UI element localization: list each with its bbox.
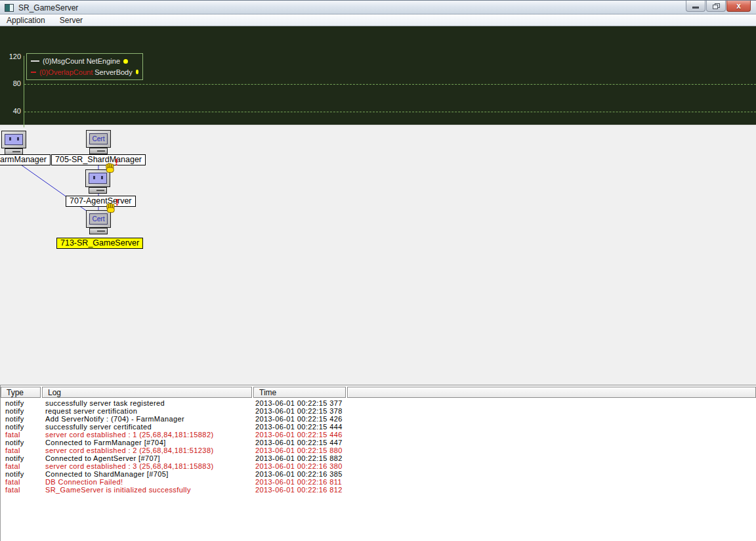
app-icon xyxy=(5,4,14,12)
log-row[interactable]: fatalSR_GameServer is initialized succes… xyxy=(1,486,756,494)
log-message-cell: server cord established : 2 (25,68,84,18… xyxy=(41,446,253,454)
log-message-cell: DB Connection Failed! xyxy=(41,478,253,486)
log-message-cell: server cord established : 1 (25,68,84,18… xyxy=(41,431,253,439)
node-gameserver-icon[interactable]: Cert xyxy=(86,210,111,234)
log-type-cell: fatal xyxy=(1,478,41,486)
restore-icon xyxy=(713,3,720,9)
exclamation-icon: ! xyxy=(116,198,119,206)
legend-series-1-counter: (0)OverlapCount xyxy=(39,68,93,76)
log-message-cell: successfully server certificated xyxy=(41,423,253,431)
legend-entry-overlapcount: (0)OverlapCount ServerBody xyxy=(31,68,138,76)
log-type-cell: fatal xyxy=(1,446,41,454)
gridline-80 xyxy=(24,84,756,85)
log-type-cell: fatal xyxy=(1,431,41,439)
log-type-cell: notify xyxy=(1,399,41,407)
computer-screen xyxy=(89,173,107,184)
log-message-cell: SR_GameServer is initialized successfull… xyxy=(41,486,253,494)
cert-screen: Cert xyxy=(89,213,108,225)
log-panel: Type Log Time notifysuccessfully server … xyxy=(0,385,756,541)
node-shardmanager-icon[interactable]: Cert xyxy=(86,130,111,154)
log-type-cell: fatal xyxy=(1,486,41,494)
log-rows: notifysuccessfully server task registere… xyxy=(1,399,756,494)
series-line-icon xyxy=(31,72,36,73)
close-icon: x xyxy=(736,1,741,11)
log-row[interactable]: notifysuccessfully server certificated20… xyxy=(1,423,756,431)
log-type-cell: notify xyxy=(1,439,41,446)
minimize-icon xyxy=(692,7,699,9)
y-tick-80: 80 xyxy=(1,79,21,87)
node-farmmanager-icon[interactable] xyxy=(1,131,26,155)
log-message-cell: server cord established : 3 (25,68,84,18… xyxy=(41,462,253,470)
log-message-cell: successfully server task registered xyxy=(41,399,253,407)
window-title: SR_GameServer xyxy=(18,3,78,12)
minimize-button[interactable] xyxy=(686,1,705,12)
column-header-type[interactable]: Type xyxy=(1,387,41,398)
log-row[interactable]: fatalserver cord established : 3 (25,68,… xyxy=(1,462,756,470)
log-type-cell: notify xyxy=(1,423,41,431)
y-axis-line xyxy=(24,56,24,139)
computer-base xyxy=(89,148,108,154)
log-row[interactable]: fatalserver cord established : 2 (25,68,… xyxy=(1,446,756,454)
log-row[interactable]: notifysuccessfully server task registere… xyxy=(1,399,756,407)
legend-series-0-target: NetEngine xyxy=(87,57,120,65)
window-controls: x xyxy=(686,1,751,12)
log-row[interactable]: fatalserver cord established : 1 (25,68,… xyxy=(1,431,756,439)
cert-screen: Cert xyxy=(89,133,108,144)
log-message-cell: request server certification xyxy=(41,407,253,415)
log-message-cell: Connected to AgentServer [#707] xyxy=(41,454,253,462)
exclamation-icon: ! xyxy=(115,158,118,166)
performance-chart: 120 80 40 0 (0)MsgCount NetEngine (0)Ove… xyxy=(0,26,756,126)
log-type-cell: notify xyxy=(1,470,41,478)
computer-screen xyxy=(5,134,23,145)
log-time-cell: 2013-06-01 00:22:15 378 xyxy=(253,407,343,415)
log-time-cell: 2013-06-01 00:22:15 446 xyxy=(253,431,343,439)
log-time-cell: 2013-06-01 00:22:15 444 xyxy=(253,423,343,431)
log-row[interactable]: notifyConnected to AgentServer [#707]201… xyxy=(1,454,756,462)
menu-item-server[interactable]: Server xyxy=(60,16,83,25)
log-type-cell: fatal xyxy=(1,462,41,470)
column-header-log[interactable]: Log xyxy=(42,387,252,398)
log-time-cell: 2013-06-01 00:22:16 380 xyxy=(253,462,343,470)
title-bar: SR_GameServer x xyxy=(0,0,756,14)
series-marker-icon xyxy=(136,70,138,74)
computer-base xyxy=(89,187,107,194)
app-window: SR_GameServer x Application Server 120 8… xyxy=(0,0,756,541)
log-row[interactable]: notifyConnected to FarmManager [#704]201… xyxy=(1,439,756,446)
log-row[interactable]: fatalDB Connection Failed!2013-06-01 00:… xyxy=(1,478,756,486)
log-row[interactable]: notifyrequest server certification2013-0… xyxy=(1,407,756,415)
column-header-time[interactable]: Time xyxy=(253,387,346,398)
close-button[interactable]: x xyxy=(726,1,751,12)
hand-warning-icon: ! xyxy=(105,162,118,173)
menu-bar: Application Server xyxy=(0,14,756,26)
y-tick-120: 120 xyxy=(1,53,21,60)
menu-item-application[interactable]: Application xyxy=(7,16,45,25)
node-gameserver-label[interactable]: 713-SR_GameServer xyxy=(56,238,143,249)
log-row[interactable]: notifyConnected to ShardManager [#705]20… xyxy=(1,470,756,478)
log-time-cell: 2013-06-01 00:22:16 812 xyxy=(253,486,343,494)
chart-legend: (0)MsgCount NetEngine (0)OverlapCount Se… xyxy=(26,53,143,80)
legend-series-0-counter: (0)MsgCount xyxy=(43,57,85,65)
log-time-cell: 2013-06-01 00:22:15 882 xyxy=(253,454,343,462)
column-header-filler xyxy=(347,387,756,398)
y-tick-40: 40 xyxy=(1,107,21,115)
log-message-cell: Connected to ShardManager [#705] xyxy=(41,470,253,478)
log-time-cell: 2013-06-01 00:22:16 385 xyxy=(253,470,343,478)
legend-series-1-target: ServerBody xyxy=(94,68,132,76)
series-line-icon xyxy=(31,60,39,62)
log-type-cell: notify xyxy=(1,454,41,462)
log-row[interactable]: notifyAdd ServerNotify : (704) - FarmMan… xyxy=(1,415,756,423)
node-shardmanager-label[interactable]: 705-SR_ShardManager xyxy=(51,154,146,165)
log-time-cell: 2013-06-01 00:22:15 447 xyxy=(253,439,343,446)
node-agentserver-label[interactable]: 707-AgentServer xyxy=(66,196,136,207)
gridline-40 xyxy=(24,112,756,112)
node-farmmanager-label[interactable]: armManager xyxy=(0,154,51,165)
computer-monitor-icon: Cert xyxy=(86,130,111,148)
log-time-cell: 2013-06-01 00:22:15 426 xyxy=(253,415,343,423)
series-marker-icon xyxy=(123,59,128,64)
log-message-cell: Connected to FarmManager [#704] xyxy=(41,439,253,446)
log-time-cell: 2013-06-01 00:22:15 377 xyxy=(253,399,343,407)
log-table-header: Type Log Time xyxy=(1,387,756,398)
restore-button[interactable] xyxy=(706,1,726,12)
log-message-cell: Add ServerNotify : (704) - FarmManager xyxy=(41,415,253,423)
log-type-cell: notify xyxy=(1,407,41,415)
